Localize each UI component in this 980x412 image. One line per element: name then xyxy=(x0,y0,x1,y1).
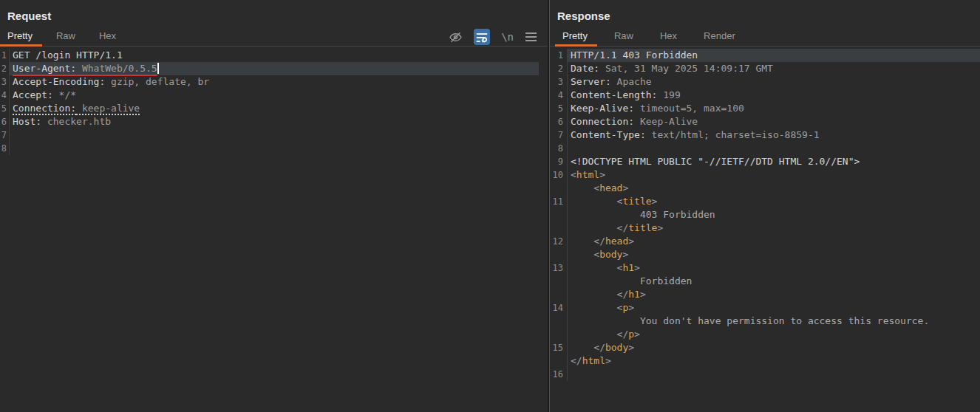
code-line[interactable]: 4Accept: */* xyxy=(0,89,548,102)
code-segment: h1 xyxy=(622,262,634,273)
code-line[interactable]: </h1> xyxy=(550,288,980,301)
code-line[interactable]: 6Connection: Keep-Alive xyxy=(550,115,980,128)
line-number: 6 xyxy=(550,115,568,128)
code-line-content[interactable]: You don't have permission to access this… xyxy=(568,315,980,328)
code-line[interactable]: 13 <h1> xyxy=(550,261,980,275)
code-line-content[interactable] xyxy=(568,368,980,381)
code-line[interactable]: 7Content-Type: text/html; charset=iso-88… xyxy=(550,128,980,142)
code-line-content[interactable]: </body> xyxy=(568,341,980,354)
code-line-content[interactable]: Accept-Encoding: gzip, deflate, br xyxy=(10,75,539,89)
code-line[interactable]: 11 <title> xyxy=(550,195,980,208)
code-segment: < xyxy=(571,169,576,180)
code-line[interactable]: 3Accept-Encoding: gzip, deflate, br xyxy=(0,75,548,89)
code-segment: < xyxy=(571,262,622,273)
code-line-content[interactable] xyxy=(10,128,539,142)
code-line[interactable]: 12 </head> xyxy=(550,235,980,248)
code-line[interactable]: 8 xyxy=(0,142,548,155)
code-line[interactable]: 15 </body> xyxy=(550,341,980,354)
code-line-content[interactable]: </title> xyxy=(568,222,980,235)
code-line-content[interactable]: <p> xyxy=(568,301,980,315)
code-line-content[interactable]: Date: Sat, 31 May 2025 14:09:17 GMT xyxy=(568,62,980,75)
code-line[interactable]: 8 xyxy=(550,142,980,155)
line-number: 1 xyxy=(0,49,10,62)
response-tab-raw[interactable]: Raw xyxy=(607,27,643,47)
code-line-content[interactable]: Keep-Alive: timeout=5, max=100 xyxy=(568,102,980,115)
line-number: 1 xyxy=(550,49,568,62)
code-line-content[interactable]: Connection: keep-alive xyxy=(10,102,539,115)
line-number xyxy=(550,354,568,368)
code-line-content[interactable]: <!DOCTYPE HTML PUBLIC "-//IETF//DTD HTML… xyxy=(568,155,980,168)
code-line-content[interactable]: <h1> xyxy=(568,261,980,275)
response-editor[interactable]: 1HTTP/1.1 403 Forbidden2Date: Sat, 31 Ma… xyxy=(550,47,980,412)
request-tab-hex[interactable]: Hex xyxy=(92,27,126,47)
code-line-content[interactable] xyxy=(568,142,980,155)
editor-menu-icon[interactable] xyxy=(525,32,537,42)
response-tab-hex[interactable]: Hex xyxy=(653,27,687,47)
code-line-content[interactable]: <title> xyxy=(568,195,980,208)
request-tab-raw[interactable]: Raw xyxy=(49,27,85,47)
code-line-content[interactable]: Host: checker.htb xyxy=(10,115,539,128)
word-wrap-icon[interactable] xyxy=(474,29,490,45)
code-segment: < xyxy=(571,182,599,193)
code-line-content[interactable]: 403 Forbidden xyxy=(568,208,980,222)
code-line-content[interactable]: Forbidden xyxy=(568,275,980,288)
code-line-content[interactable]: User-Agent: WhatWeb/0.5.5 xyxy=(10,62,539,75)
code-line[interactable]: 16 xyxy=(550,368,980,381)
code-line[interactable]: You don't have permission to access this… xyxy=(550,315,980,328)
line-number: 11 xyxy=(550,195,568,208)
request-tabs: PrettyRawHex xyxy=(0,27,132,47)
code-line[interactable]: 1GET /login HTTP/1.1 xyxy=(0,49,548,62)
code-line-content[interactable]: <html> xyxy=(568,168,980,182)
code-line[interactable]: Forbidden xyxy=(550,275,980,288)
code-line-content[interactable]: Content-Type: text/html; charset=iso-885… xyxy=(568,128,980,142)
code-segment: title xyxy=(628,222,657,233)
code-segment: Keep-Alive: xyxy=(571,103,634,114)
code-line-content[interactable]: Connection: Keep-Alive xyxy=(568,115,980,128)
code-line-content[interactable]: HTTP/1.1 403 Forbidden xyxy=(568,49,980,62)
code-line[interactable]: </title> xyxy=(550,222,980,235)
code-line-content[interactable]: Content-Length: 199 xyxy=(568,89,980,102)
code-line[interactable]: </p> xyxy=(550,328,980,341)
code-segment: > xyxy=(634,262,640,273)
code-line-content[interactable]: <head> xyxy=(568,182,980,195)
line-number: 4 xyxy=(550,89,568,102)
line-number: 14 xyxy=(550,301,568,315)
code-line-content[interactable] xyxy=(10,142,539,155)
code-line[interactable]: 10<html> xyxy=(550,168,980,182)
code-segment: Content-Type: xyxy=(571,129,646,140)
code-line[interactable]: 5Keep-Alive: timeout=5, max=100 xyxy=(550,102,980,115)
code-line-content[interactable]: Accept: */* xyxy=(10,89,539,102)
code-line[interactable]: 7 xyxy=(0,128,548,142)
code-line-content[interactable]: Server: Apache xyxy=(568,75,980,89)
code-line[interactable]: </html> xyxy=(550,354,980,368)
code-line[interactable]: <body> xyxy=(550,248,980,261)
code-line[interactable]: <head> xyxy=(550,182,980,195)
code-segment: > xyxy=(628,342,634,353)
code-line[interactable]: 4Content-Length: 199 xyxy=(550,89,980,102)
code-line[interactable]: 403 Forbidden xyxy=(550,208,980,222)
code-line-content[interactable]: </head> xyxy=(568,235,980,248)
code-line[interactable]: 3Server: Apache xyxy=(550,75,980,89)
code-line[interactable]: 1HTTP/1.1 403 Forbidden xyxy=(550,49,980,62)
code-line[interactable]: 14 <p> xyxy=(550,301,980,315)
code-line[interactable]: 5Connection: keep-alive xyxy=(0,102,548,115)
code-line-content[interactable]: <body> xyxy=(568,248,980,261)
code-line[interactable]: 6Host: checker.htb xyxy=(0,115,548,128)
code-line[interactable]: 9<!DOCTYPE HTML PUBLIC "-//IETF//DTD HTM… xyxy=(550,155,980,168)
code-line-content[interactable]: </h1> xyxy=(568,288,980,301)
response-tab-render[interactable]: Render xyxy=(696,27,745,47)
response-tab-pretty[interactable]: Pretty xyxy=(555,27,597,47)
request-editor[interactable]: 1GET /login HTTP/1.12User-Agent: WhatWeb… xyxy=(0,47,548,412)
text-caret xyxy=(157,63,159,74)
hide-nonprintable-icon[interactable] xyxy=(449,30,463,44)
show-newlines-icon[interactable]: \n xyxy=(501,31,514,43)
code-segment: Content-Length: xyxy=(571,89,657,100)
code-line-content[interactable]: GET /login HTTP/1.1 xyxy=(10,49,539,62)
code-line-content[interactable]: </p> xyxy=(568,328,980,341)
code-line[interactable]: 2User-Agent: WhatWeb/0.5.5 xyxy=(0,62,548,75)
line-number: 8 xyxy=(0,142,10,155)
code-line-content[interactable]: </html> xyxy=(568,354,980,368)
code-segment: head xyxy=(599,182,622,193)
request-tab-pretty[interactable]: Pretty xyxy=(0,27,42,47)
code-line[interactable]: 2Date: Sat, 31 May 2025 14:09:17 GMT xyxy=(550,62,980,75)
